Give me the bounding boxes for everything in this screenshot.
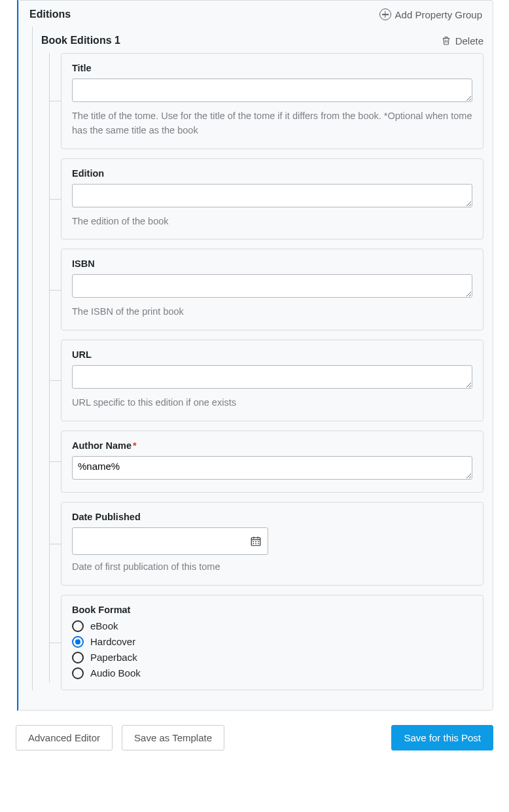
book-format-label: Book Format bbox=[72, 605, 472, 615]
radio-icon bbox=[72, 667, 84, 679]
trash-icon bbox=[441, 35, 451, 46]
book-format-option[interactable]: Hardcover bbox=[72, 636, 472, 648]
footer-bar: Advanced Editor Save as Template Save fo… bbox=[16, 725, 493, 750]
book-format-option[interactable]: Audio Book bbox=[72, 667, 472, 679]
book-format-option[interactable]: Paperback bbox=[72, 652, 472, 663]
date-published-input[interactable] bbox=[72, 527, 268, 555]
edition-help: The edition of the book bbox=[72, 215, 472, 229]
save-for-this-post-button[interactable]: Save for this Post bbox=[391, 725, 493, 750]
field-title: Title The title of the tome. Use for the… bbox=[61, 53, 483, 149]
book-format-option-label: eBook bbox=[90, 620, 118, 631]
plus-circle-icon bbox=[379, 9, 391, 20]
editions-panel: Editions Add Property Group Book Edition… bbox=[18, 0, 493, 711]
book-format-options: eBookHardcoverPaperbackAudio Book bbox=[72, 620, 472, 679]
add-property-group-button[interactable]: Add Property Group bbox=[379, 9, 482, 20]
field-date-published: Date Published bbox=[61, 502, 483, 586]
title-help: The title of the tome. Use for the title… bbox=[72, 109, 472, 138]
date-published-label: Date Published bbox=[72, 512, 472, 522]
book-format-option-label: Hardcover bbox=[90, 636, 135, 647]
delete-group-button[interactable]: Delete bbox=[441, 35, 483, 46]
field-url: URL URL specific to this edition if one … bbox=[61, 340, 483, 421]
book-format-option-label: Audio Book bbox=[90, 667, 141, 679]
edition-input[interactable] bbox=[72, 184, 472, 207]
panel-title: Editions bbox=[29, 9, 71, 20]
url-label: URL bbox=[72, 349, 472, 360]
isbn-input[interactable] bbox=[72, 274, 472, 298]
isbn-label: ISBN bbox=[72, 258, 472, 269]
date-published-help: Date of first publication of this tome bbox=[72, 560, 472, 574]
author-name-label: Author Name* bbox=[72, 440, 472, 451]
title-input[interactable] bbox=[72, 79, 472, 102]
isbn-help: The ISBN of the print book bbox=[72, 305, 472, 319]
radio-icon bbox=[72, 636, 84, 648]
author-name-input[interactable] bbox=[72, 456, 472, 480]
book-format-option[interactable]: eBook bbox=[72, 620, 472, 632]
group-title: Book Editions 1 bbox=[41, 35, 120, 46]
edition-label: Edition bbox=[72, 168, 472, 179]
advanced-editor-button[interactable]: Advanced Editor bbox=[16, 725, 113, 750]
radio-icon bbox=[72, 620, 84, 632]
url-input[interactable] bbox=[72, 365, 472, 389]
field-book-format: Book Format eBookHardcoverPaperbackAudio… bbox=[61, 595, 483, 690]
delete-group-label: Delete bbox=[455, 35, 483, 46]
save-as-template-button[interactable]: Save as Template bbox=[122, 725, 224, 750]
field-isbn: ISBN The ISBN of the print book bbox=[61, 249, 483, 330]
url-help: URL specific to this edition if one exis… bbox=[72, 396, 472, 410]
title-label: Title bbox=[72, 63, 472, 73]
add-property-group-label: Add Property Group bbox=[395, 9, 482, 20]
field-edition: Edition The edition of the book bbox=[61, 158, 483, 240]
radio-icon bbox=[72, 652, 84, 663]
required-marker: * bbox=[133, 440, 137, 451]
book-format-option-label: Paperback bbox=[90, 652, 137, 663]
field-author-name: Author Name* bbox=[61, 431, 483, 493]
